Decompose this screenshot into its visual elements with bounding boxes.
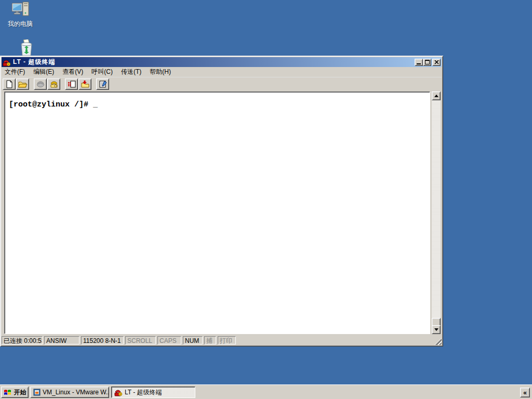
my-computer-icon	[11, 2, 30, 18]
window-title: LT - 超级终端	[13, 58, 55, 66]
maximize-button[interactable]	[423, 59, 431, 66]
call-phone-icon-disabled	[36, 80, 45, 88]
minimize-button[interactable]	[415, 59, 423, 66]
menu-edit[interactable]: 编辑(E)	[30, 66, 57, 77]
taskbar-item-hyperterminal[interactable]: LT - 超级终端	[111, 387, 195, 398]
toolbar	[2, 77, 442, 91]
vmware-icon	[33, 389, 41, 396]
status-print: 打印	[218, 336, 236, 344]
minimize-icon	[417, 63, 421, 64]
hyperterminal-window: LT - 超级终端 文件(F) 编辑(E) 查看(V) 呼叫(C) 传送(T) …	[0, 56, 443, 347]
terminal-screen[interactable]: [root@zylinux /]# _	[4, 91, 430, 334]
scrollbar-track[interactable]	[432, 100, 441, 325]
desktop-icon-my-computer[interactable]: 我的电脑	[2, 2, 38, 29]
hangup-phone-icon	[49, 80, 59, 88]
desktop-icon-label: 我的电脑	[2, 20, 38, 29]
new-file-icon	[5, 80, 14, 88]
new-connection-button[interactable]	[3, 78, 16, 90]
windows-logo-icon	[4, 389, 12, 396]
status-bar: 已连接 0:00:53 ANSIW 115200 8-N-1 SCROLL CA…	[2, 336, 442, 345]
menu-bar: 文件(F) 编辑(E) 查看(V) 呼叫(C) 传送(T) 帮助(H)	[2, 67, 442, 76]
menu-view[interactable]: 查看(V)	[59, 66, 86, 77]
properties-icon	[98, 80, 108, 88]
resize-grip[interactable]	[434, 338, 442, 345]
taskbar-item-label: VM_Linux - VMware W...	[43, 389, 109, 396]
desktop-icon-recycle-bin[interactable]	[8, 39, 45, 56]
recycle-bin-icon	[17, 39, 36, 56]
taskbar: 开始 VM_Linux - VMware W... LT - 超级终端 «	[0, 384, 532, 399]
menu-file[interactable]: 文件(F)	[2, 66, 28, 77]
status-connection: 已连接 0:00:53	[2, 336, 43, 344]
receive-folder-icon	[81, 80, 90, 88]
close-icon	[434, 60, 439, 64]
hyperterminal-icon	[3, 58, 11, 66]
maximize-icon	[425, 60, 430, 64]
vertical-scrollbar[interactable]	[432, 91, 441, 334]
receive-button[interactable]	[78, 78, 91, 90]
terminal-prompt: [root@zylinux /]# _	[9, 100, 98, 109]
call-button[interactable]	[34, 78, 47, 90]
start-label: 开始	[14, 388, 26, 397]
tray-overflow-button[interactable]: «	[520, 388, 530, 397]
send-button[interactable]	[65, 78, 78, 90]
scroll-down-button[interactable]	[432, 325, 441, 334]
hangup-button[interactable]	[47, 78, 60, 90]
taskbar-item-vmware[interactable]: VM_Linux - VMware W...	[30, 387, 109, 398]
close-button[interactable]	[432, 59, 441, 66]
start-button[interactable]: 开始	[1, 387, 29, 398]
send-file-icon	[67, 80, 76, 88]
open-button[interactable]	[16, 78, 29, 90]
status-emulation: ANSIW	[44, 336, 79, 344]
hyperterminal-icon	[114, 388, 123, 396]
open-folder-icon	[18, 80, 28, 88]
status-scroll: SCROLL	[125, 336, 156, 344]
title-bar[interactable]: LT - 超级终端	[2, 57, 442, 67]
status-caps: CAPS	[157, 336, 181, 344]
taskbar-item-label: LT - 超级终端	[125, 388, 162, 397]
status-line-settings: 115200 8-N-1	[81, 336, 124, 344]
chevron-left-icon: «	[523, 389, 527, 396]
menu-transfer[interactable]: 传送(T)	[118, 66, 144, 77]
status-num: NUM	[183, 336, 203, 344]
terminal-client-area: [root@zylinux /]# _	[2, 91, 442, 336]
menu-help[interactable]: 帮助(H)	[147, 66, 174, 77]
arrow-down-icon	[434, 328, 438, 333]
properties-button[interactable]	[96, 78, 109, 90]
scroll-up-button[interactable]	[432, 91, 441, 100]
status-capture: 捕	[204, 336, 216, 344]
arrow-up-icon	[434, 92, 438, 97]
menu-call[interactable]: 呼叫(C)	[88, 66, 116, 77]
